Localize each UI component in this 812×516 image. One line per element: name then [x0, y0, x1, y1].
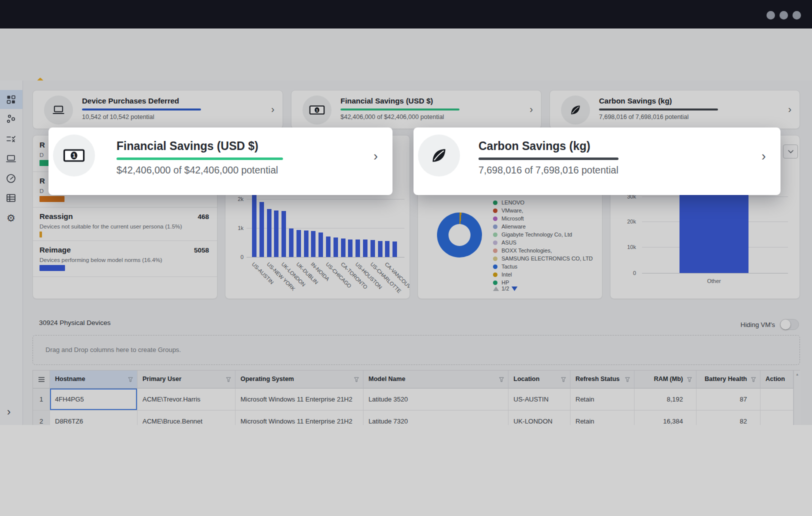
- table-cell[interactable]: ACME\Trevor.Harris: [138, 388, 236, 410]
- table-cell[interactable]: 87: [696, 388, 760, 410]
- bar: [274, 210, 278, 257]
- filter-funnel-icon[interactable]: [561, 377, 566, 382]
- sidebar-item-reports[interactable]: [5, 192, 17, 204]
- hiding-vms-toggle[interactable]: [780, 319, 799, 330]
- summary-card-financial-savings[interactable]: 1 Financial Savings (USD $) $42,406,000 …: [291, 90, 542, 129]
- column-header-action[interactable]: Action: [760, 370, 794, 388]
- legend-color-dot: [493, 208, 498, 213]
- popup-subtitle: $42,406,000 of $42,406,000 potential: [116, 164, 278, 176]
- settings-gear-icon[interactable]: ⚙: [5, 212, 17, 224]
- device-table: HostnamePrimary UserOperating SystemMode…: [32, 370, 800, 425]
- group-drop-zone[interactable]: Drag and Drop columns here to create Gro…: [32, 335, 800, 365]
- window-dot-3[interactable]: [792, 11, 801, 20]
- table-cell[interactable]: Latitude 3520: [364, 388, 508, 410]
- legend-label: Intel: [502, 272, 512, 278]
- legend-label: BOXX Technologies,: [502, 248, 552, 254]
- summary-card-device-purchases[interactable]: Device Purchases Deferred 10,542 of 10,5…: [32, 90, 283, 129]
- legend-label: VMware,: [502, 208, 523, 214]
- table-cell[interactable]: Latitude 7320: [364, 410, 508, 425]
- column-header-primary-user[interactable]: Primary User: [138, 370, 236, 388]
- chevron-right-icon[interactable]: ›: [530, 104, 533, 115]
- legend-color-dot: [493, 248, 498, 253]
- page-down-icon[interactable]: [512, 286, 518, 291]
- filter-funnel-icon[interactable]: [128, 377, 133, 382]
- filter-funnel-icon[interactable]: [687, 377, 692, 382]
- table-cell[interactable]: [760, 410, 794, 425]
- sidebar-expand-chevron[interactable]: ›: [7, 406, 10, 418]
- sidebar-item-performance[interactable]: [5, 172, 17, 184]
- cell-value: ACME\Bruce.Bennet: [142, 418, 202, 425]
- bar: [370, 240, 375, 257]
- table-cell[interactable]: D8R6TZ6: [50, 410, 138, 425]
- column-header-ram-mb-[interactable]: RAM (Mb): [634, 370, 696, 388]
- column-label: Action: [766, 376, 785, 382]
- bar: [378, 241, 382, 257]
- column-handle-header[interactable]: [33, 370, 50, 388]
- refresh-category-bar: [40, 232, 42, 238]
- filter-funnel-icon[interactable]: [499, 377, 504, 382]
- table-cell[interactable]: 8,192: [634, 388, 696, 410]
- refresh-category-title: Reimage: [40, 246, 71, 254]
- summary-card-carbon-savings[interactable]: Carbon Savings (kg) 7,698,016 of 7,698,0…: [550, 90, 800, 129]
- column-header-battery-health[interactable]: Battery Health: [696, 370, 760, 388]
- table-cell[interactable]: 4FH4PG5: [50, 388, 138, 410]
- popup-subtitle: 7,698,016 of 7,698,016 potential: [478, 164, 618, 176]
- filter-funnel-icon[interactable]: [354, 377, 359, 382]
- sidebar-item-devices[interactable]: [5, 152, 17, 164]
- window-dot-2[interactable]: [780, 11, 788, 20]
- sidebar-item-dashboard[interactable]: [5, 94, 17, 106]
- table-cell[interactable]: UK-LONDON: [508, 410, 570, 425]
- table-cell[interactable]: Microsoft Windows 11 Enterprise 21H2: [236, 410, 364, 425]
- cell-value: US-AUSTIN: [514, 396, 548, 403]
- legend-color-dot: [493, 264, 498, 269]
- cell-value: 8,192: [666, 396, 683, 403]
- y-axis-tick: 2k: [228, 196, 244, 202]
- filter-funnel-icon[interactable]: [751, 377, 756, 382]
- cell-value: D8R6TZ6: [55, 418, 83, 425]
- legend-item: SAMSUNG ELECTRONICS CO, LTD: [493, 255, 593, 262]
- refresh-category-row[interactable]: Reimage5058Devices performing below mode…: [33, 240, 217, 277]
- column-header-model-name[interactable]: Model Name: [364, 370, 508, 388]
- filter-funnel-icon[interactable]: [625, 377, 630, 382]
- legend-label: HP: [502, 280, 509, 286]
- sidebar-item-network[interactable]: [5, 113, 17, 125]
- refresh-category-row[interactable]: Reassign468Devices not suitable for the …: [33, 207, 217, 241]
- cell-value: 1: [33, 396, 50, 403]
- sidebar-item-tasks[interactable]: [5, 133, 17, 145]
- y-axis-tick: 1k: [228, 225, 244, 231]
- table-cell[interactable]: ACME\Bruce.Bennet: [138, 410, 236, 425]
- table-cell[interactable]: [760, 388, 794, 410]
- table-cell[interactable]: Retain: [570, 388, 634, 410]
- table-cell[interactable]: Retain: [570, 410, 634, 425]
- page-up-icon[interactable]: [493, 286, 499, 291]
- window-dot-1[interactable]: [766, 11, 775, 20]
- table-cell[interactable]: US-AUSTIN: [508, 388, 570, 410]
- legend-color-dot: [493, 240, 498, 245]
- column-header-operating-system[interactable]: Operating System: [236, 370, 364, 388]
- scroll-up-icon[interactable]: ▲: [796, 372, 799, 376]
- row-number-cell[interactable]: 1: [33, 388, 50, 410]
- toggle-knob[interactable]: [780, 320, 790, 330]
- column-header-refresh-status[interactable]: Refresh Status: [570, 370, 634, 388]
- popup-financial-savings[interactable]: 1 Financial Savings (USD $) $42,406,000 …: [48, 128, 392, 195]
- table-cell[interactable]: Microsoft Windows 11 Enterprise 21H2: [236, 388, 364, 410]
- card-subtitle: $42,406,000 of $42,406,000 potential: [340, 114, 444, 120]
- bar: [348, 240, 352, 257]
- banknote-icon: 1: [53, 134, 95, 176]
- filter-funnel-icon[interactable]: [226, 377, 231, 382]
- row-number-cell[interactable]: 2: [33, 410, 50, 425]
- popup-accent-bar: [478, 158, 618, 160]
- bar: [392, 242, 397, 257]
- column-header-hostname[interactable]: Hostname: [50, 370, 138, 388]
- table-cell[interactable]: 82: [696, 410, 760, 425]
- popup-carbon-savings[interactable]: Carbon Savings (kg) 7,698,016 of 7,698,0…: [414, 128, 780, 195]
- column-header-location[interactable]: Location: [508, 370, 570, 388]
- card-accent-bar: [82, 108, 201, 110]
- chevron-right-icon[interactable]: ›: [762, 148, 766, 164]
- table-scrollbar[interactable]: ▲: [794, 370, 800, 425]
- refresh-category-desc: D: [40, 188, 44, 194]
- table-cell[interactable]: 16,384: [634, 410, 696, 425]
- chevron-right-icon[interactable]: ›: [374, 148, 378, 164]
- chevron-right-icon[interactable]: ›: [788, 104, 792, 115]
- chevron-right-icon[interactable]: ›: [271, 104, 274, 115]
